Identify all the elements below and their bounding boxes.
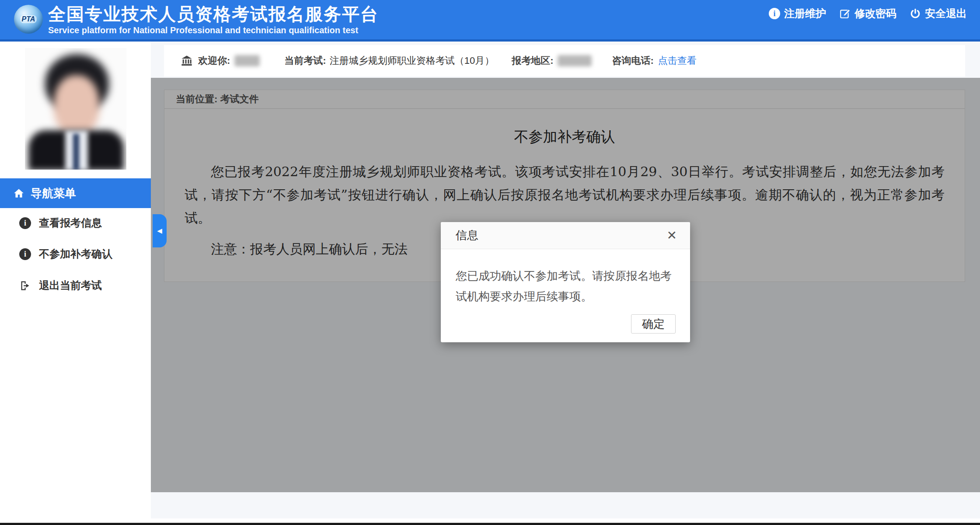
info-icon: i	[769, 8, 780, 19]
safe-logout-link[interactable]: 安全退出	[910, 7, 967, 21]
current-exam-label: 当前考试:	[284, 54, 326, 67]
sidebar-collapse-handle[interactable]: ◀	[153, 214, 167, 247]
header-links: i 注册维护 修改密码 安全退出	[769, 0, 967, 27]
info-icon: i	[19, 217, 31, 229]
info-icon: i	[19, 248, 31, 260]
greeting-label: 欢迎你:	[198, 54, 230, 67]
applicant-photo	[25, 48, 126, 170]
platform-title: 全国专业技术人员资格考试报名服务平台	[48, 3, 379, 24]
message-dialog: 信息 ✕ 您已成功确认不参加考试。请按原报名地考试机构要求办理后续事项。 确定	[441, 222, 690, 342]
register-maintain-link[interactable]: i 注册维护	[769, 7, 826, 21]
sidebar-item-label: 退出当前考试	[39, 278, 102, 292]
pta-logo-icon: PTA	[14, 5, 43, 34]
safe-logout-label: 安全退出	[925, 7, 967, 21]
logo-text: PTA	[20, 15, 37, 23]
applicant-name-redacted	[234, 55, 260, 66]
power-icon	[910, 8, 921, 19]
dialog-footer: 确定	[631, 314, 676, 334]
bank-icon	[181, 55, 193, 67]
header-titles: 全国专业技术人员资格考试报名服务平台 Service platform for …	[48, 3, 379, 35]
platform-subtitle: Service platform for National Profession…	[48, 25, 379, 35]
edit-icon	[839, 8, 851, 19]
view-phone-link[interactable]: 点击查看	[658, 54, 697, 67]
welcome-bar: 欢迎你: 当前考试: 注册城乡规划师职业资格考试（10月） 报考地区: 咨询电话…	[164, 45, 965, 76]
register-maintain-label: 注册维护	[784, 7, 826, 21]
sidebar-item-label: 查看报考信息	[39, 216, 102, 230]
chevron-left-icon: ◀	[157, 227, 162, 235]
change-password-link[interactable]: 修改密码	[839, 7, 896, 21]
home-icon	[13, 188, 24, 199]
current-exam-value: 注册城乡规划师职业资格考试（10月）	[330, 54, 494, 67]
dialog-message: 您已成功确认不参加考试。请按原报名地考试机构要求办理后续事项。	[441, 249, 690, 307]
dialog-header: 信息 ✕	[441, 222, 690, 249]
sidebar-item-no-makeup-confirm[interactable]: i 不参加补考确认	[0, 239, 151, 269]
dialog-title: 信息	[456, 228, 478, 243]
app-header: PTA 全国专业技术人员资格考试报名服务平台 Service platform …	[0, 0, 980, 42]
sidebar: 导航菜单 i 查看报考信息 i 不参加补考确认 退出当前考试	[0, 42, 151, 523]
sign-out-icon	[19, 280, 31, 292]
sidebar-item-view-registration[interactable]: i 查看报考信息	[0, 208, 151, 238]
change-password-label: 修改密码	[854, 7, 896, 21]
nav-menu-header[interactable]: 导航菜单	[0, 178, 151, 208]
bottom-edge-bar	[0, 523, 980, 525]
nav-menu-label: 导航菜单	[31, 186, 76, 201]
sidebar-item-exit-exam[interactable]: 退出当前考试	[0, 270, 151, 301]
phone-label: 咨询电话:	[612, 54, 653, 67]
ok-button[interactable]: 确定	[631, 314, 676, 334]
close-icon[interactable]: ✕	[667, 229, 677, 242]
region-value-redacted	[558, 55, 592, 66]
sidebar-item-label: 不参加补考确认	[39, 247, 112, 261]
region-label: 报考地区:	[512, 54, 553, 67]
